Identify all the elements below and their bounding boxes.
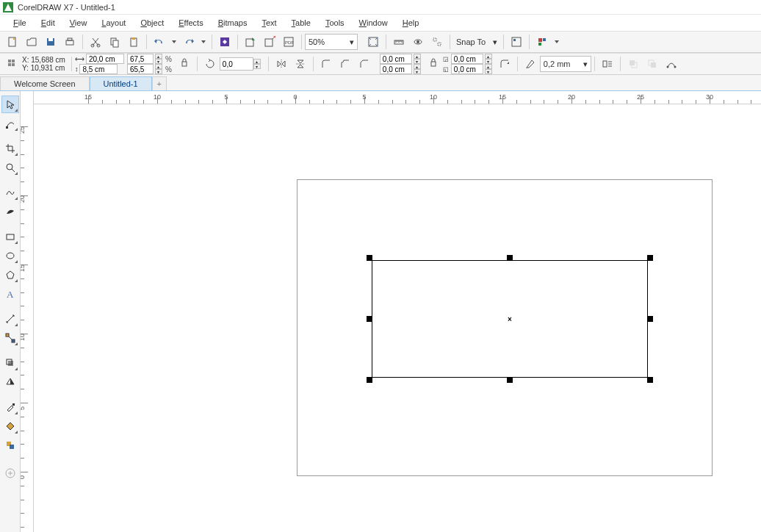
spin-down-icon[interactable]: ▾ bbox=[253, 64, 261, 69]
mirror-horizontal-icon[interactable] bbox=[273, 55, 290, 73]
selection-handle-n[interactable] bbox=[507, 255, 513, 261]
menu-edit[interactable]: Edit bbox=[34, 16, 62, 29]
corner-ur-input[interactable] bbox=[451, 54, 483, 64]
export-icon[interactable] bbox=[261, 33, 278, 51]
quick-customize-icon[interactable] bbox=[1, 464, 19, 482]
horizontal-ruler[interactable]: 15105051015202530 bbox=[34, 91, 761, 104]
corner-lr-input[interactable] bbox=[451, 64, 483, 74]
convert-to-curves-icon[interactable] bbox=[663, 55, 680, 73]
crop-tool-icon[interactable] bbox=[1, 140, 19, 157]
show-guidelines-icon[interactable] bbox=[428, 33, 446, 51]
svg-rect-35 bbox=[603, 61, 607, 67]
menu-help[interactable]: Help bbox=[395, 16, 427, 29]
window-title: CorelDRAW X7 - Untitled-1 bbox=[18, 3, 115, 12]
spin-up-icon[interactable]: ▴ bbox=[155, 54, 162, 59]
corner-ul-input[interactable] bbox=[380, 54, 412, 64]
selection-handle-w[interactable] bbox=[367, 316, 372, 322]
redo-dropdown-icon[interactable] bbox=[199, 33, 208, 51]
menu-window[interactable]: Window bbox=[352, 16, 395, 29]
selection-handle-s[interactable] bbox=[507, 377, 513, 383]
spin-up-icon[interactable]: ▴ bbox=[155, 64, 162, 69]
scale-y-input[interactable] bbox=[127, 64, 154, 74]
redo-icon[interactable] bbox=[180, 33, 198, 51]
spin-down-icon[interactable]: ▾ bbox=[155, 69, 162, 74]
save-icon[interactable] bbox=[42, 33, 59, 51]
menu-table[interactable]: Table bbox=[284, 16, 318, 29]
options-icon[interactable] bbox=[508, 33, 525, 51]
tab-welcome[interactable]: Welcome Screen bbox=[0, 76, 90, 90]
menu-tools[interactable]: Tools bbox=[318, 16, 352, 29]
corner-ll-input[interactable] bbox=[380, 64, 412, 74]
tab-add-button[interactable]: + bbox=[152, 76, 167, 90]
menu-bitmaps[interactable]: Bitmaps bbox=[211, 16, 255, 29]
eyedropper-tool-icon[interactable] bbox=[1, 398, 19, 416]
show-grid-icon[interactable] bbox=[409, 33, 427, 51]
paste-icon[interactable] bbox=[125, 33, 143, 51]
relative-corner-icon[interactable] bbox=[496, 55, 513, 73]
launcher-dropdown-icon[interactable] bbox=[552, 33, 561, 51]
print-icon[interactable] bbox=[61, 33, 79, 51]
selection-handle-se[interactable] bbox=[647, 377, 653, 383]
text-tool-icon[interactable]: A bbox=[1, 285, 19, 303]
spin-down-icon[interactable]: ▾ bbox=[155, 59, 162, 64]
canvas[interactable]: × bbox=[34, 104, 761, 532]
vertical-ruler[interactable]: 2520151050 bbox=[21, 91, 34, 532]
menu-effects[interactable]: Effects bbox=[171, 16, 210, 29]
menu-view[interactable]: View bbox=[62, 16, 95, 29]
rotation-input[interactable] bbox=[220, 57, 253, 71]
open-icon[interactable] bbox=[23, 33, 40, 51]
spin-up-icon[interactable]: ▴ bbox=[253, 59, 261, 64]
wrap-text-icon[interactable] bbox=[599, 55, 616, 73]
svg-rect-45 bbox=[7, 234, 14, 240]
title-bar: CorelDRAW X7 - Untitled-1 bbox=[0, 0, 761, 15]
interactive-fill-tool-icon[interactable] bbox=[1, 417, 19, 435]
selection-handle-sw[interactable] bbox=[367, 377, 372, 383]
menu-layout[interactable]: Layout bbox=[94, 16, 133, 29]
zoom-tool-icon[interactable] bbox=[1, 159, 19, 176]
mirror-vertical-icon[interactable] bbox=[292, 55, 309, 73]
show-rulers-icon[interactable] bbox=[390, 33, 408, 51]
dimension-tool-icon[interactable] bbox=[1, 310, 19, 328]
height-input[interactable] bbox=[79, 64, 118, 74]
undo-dropdown-icon[interactable] bbox=[170, 33, 178, 51]
percent-label: % bbox=[165, 65, 172, 73]
cut-icon[interactable] bbox=[87, 33, 104, 51]
lock-ratio-icon[interactable] bbox=[176, 55, 193, 73]
width-input[interactable] bbox=[86, 54, 124, 64]
polygon-tool-icon[interactable] bbox=[1, 266, 19, 284]
selection-handle-ne[interactable] bbox=[647, 255, 653, 261]
full-screen-icon[interactable] bbox=[364, 33, 382, 51]
tab-document[interactable]: Untitled-1 bbox=[90, 76, 152, 90]
undo-icon[interactable] bbox=[151, 33, 168, 51]
scale-x-input[interactable] bbox=[127, 54, 154, 64]
chamfer-corner-icon[interactable] bbox=[356, 55, 373, 73]
menu-object[interactable]: Object bbox=[133, 16, 171, 29]
publish-pdf-icon[interactable]: PDF bbox=[280, 33, 297, 51]
menu-file[interactable]: File bbox=[6, 16, 34, 29]
artistic-media-tool-icon[interactable] bbox=[1, 203, 19, 220]
drop-shadow-tool-icon[interactable] bbox=[1, 354, 19, 372]
rectangle-tool-icon[interactable] bbox=[1, 228, 19, 245]
freehand-tool-icon[interactable] bbox=[1, 184, 19, 201]
selection-handle-nw[interactable] bbox=[367, 255, 372, 261]
snap-to-combo[interactable]: Snap To ▾ bbox=[453, 34, 500, 50]
zoom-combo[interactable]: 50% ▾ bbox=[305, 34, 358, 50]
shape-tool-icon[interactable] bbox=[1, 115, 19, 132]
scallop-corner-icon[interactable] bbox=[336, 55, 354, 73]
import-icon[interactable] bbox=[242, 33, 259, 51]
pick-tool-icon[interactable] bbox=[1, 96, 19, 113]
search-content-icon[interactable] bbox=[216, 33, 234, 51]
lock-corners-icon[interactable] bbox=[425, 55, 442, 73]
new-icon[interactable] bbox=[4, 33, 21, 51]
outline-width-combo[interactable]: 0,2 mm ▾ bbox=[540, 56, 591, 72]
selection-center-marker[interactable]: × bbox=[508, 315, 512, 323]
round-corner-icon[interactable] bbox=[317, 55, 335, 73]
transparency-tool-icon[interactable] bbox=[1, 373, 19, 391]
connector-tool-icon[interactable] bbox=[1, 329, 19, 347]
menu-text[interactable]: Text bbox=[254, 16, 284, 29]
ellipse-tool-icon[interactable] bbox=[1, 247, 19, 265]
selection-handle-e[interactable] bbox=[647, 316, 653, 322]
smart-fill-tool-icon[interactable] bbox=[1, 436, 19, 454]
app-launcher-icon[interactable] bbox=[533, 33, 551, 51]
copy-icon[interactable] bbox=[106, 33, 123, 51]
